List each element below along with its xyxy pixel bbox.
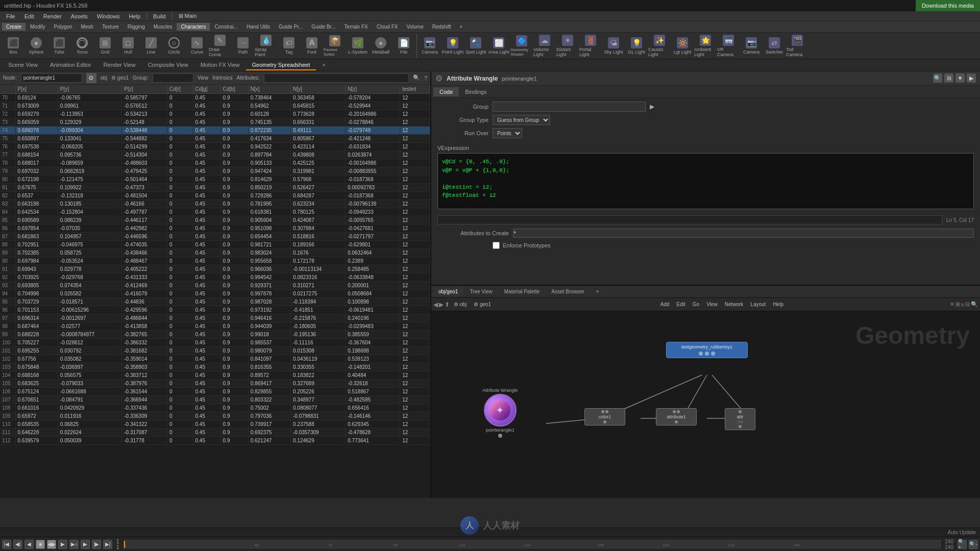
aw-zoom-icon[interactable]: ⊞ [944, 73, 953, 83]
cat-rigging[interactable]: Rigging [124, 23, 149, 31]
cat-create[interactable]: Create [2, 23, 26, 31]
menu-edit[interactable]: Edit [20, 12, 38, 20]
cat-polygon[interactable]: Polygon [50, 23, 76, 31]
tool-spot-light[interactable]: 🔦Spot Light [464, 34, 487, 58]
tool-packed[interactable]: 📦Packed Solids [324, 34, 346, 58]
aw-collapse-icon[interactable]: ▼ [955, 73, 965, 83]
cat-redshift[interactable]: Redshift [428, 23, 455, 31]
cat-characters[interactable]: Characters [177, 23, 210, 31]
cat-terrain[interactable]: Terrain FX [340, 23, 372, 31]
enforce-prototypes-check[interactable] [493, 242, 500, 249]
ne-icon2[interactable]: ⊞ [955, 301, 960, 308]
settings-icon[interactable]: ⚙ [435, 73, 443, 83]
tool-caustic-light[interactable]: ✨Caustic Light [648, 34, 671, 58]
menu-windows[interactable]: Windows [93, 12, 124, 20]
tool-path[interactable]: →Path [232, 34, 254, 58]
ne-tab-add[interactable]: + [591, 287, 605, 296]
tool-ambient-light[interactable]: 🌟Ambient Light [694, 34, 717, 58]
nav-forward[interactable]: ▶ [439, 301, 444, 308]
tl-play[interactable]: ▶ [58, 540, 67, 549]
cat-guide-pr[interactable]: Guide Pr... [275, 23, 307, 31]
tool-font[interactable]: AFont [301, 34, 323, 58]
ne-canvas[interactable]: Geometry Attribute W [431, 311, 980, 498]
tool-circle[interactable]: ○Circle [163, 34, 185, 58]
tool-box[interactable]: ⬛Box [2, 34, 24, 58]
ne-view[interactable]: View [703, 300, 721, 308]
intrinsics-label[interactable]: Intrinsics [212, 75, 232, 81]
menu-render[interactable]: Render [39, 12, 66, 20]
nav-geo1[interactable]: ⚙ geo1 [471, 300, 494, 308]
tab-render-view[interactable]: Render View [97, 60, 142, 70]
ne-go[interactable]: Go [690, 300, 702, 308]
tool-line[interactable]: ╱Line [140, 34, 162, 58]
tool-tube[interactable]: ⬛Tube [48, 34, 70, 58]
cat-hand-utils[interactable]: Hand Utils [242, 23, 274, 31]
nav-up[interactable]: ⬆ [445, 301, 450, 308]
node-attr2[interactable]: attr Cd [725, 408, 755, 430]
tab-add[interactable]: + [316, 60, 331, 70]
group-type-select[interactable]: Guess from Group [493, 115, 550, 125]
attrs-input[interactable] [513, 229, 974, 238]
menu-main[interactable]: ⊞ Main [175, 12, 201, 20]
tl-prev-key[interactable]: ◀| [13, 540, 22, 549]
tool-lgt-light[interactable]: 🔆Lgt Light [671, 34, 694, 58]
ne-edit[interactable]: Edit [674, 300, 689, 308]
aw-search-icon[interactable]: 🔍 [933, 73, 942, 83]
nav-back[interactable]: ◀ [433, 301, 438, 308]
tool-tod-camera[interactable]: 🎬Tod Camera [786, 34, 808, 58]
download-button[interactable]: Download this media [916, 0, 980, 11]
menu-help[interactable]: Help [125, 12, 144, 20]
tl-zoom-out[interactable]: 🔍- [969, 540, 978, 549]
tool-geometry-shader[interactable]: 🔷Geometry Shader [510, 34, 533, 58]
ne-layout[interactable]: Layout [747, 300, 769, 308]
tool-vr-camera[interactable]: 🥽VR Camera [717, 34, 740, 58]
tl-play-audio[interactable]: ▶♪ [69, 540, 79, 549]
node-geometry[interactable]: testgeometry_rubbertoy1 [666, 342, 748, 358]
tl-stop[interactable]: ■ [36, 540, 45, 549]
ne-add[interactable]: Add [657, 300, 673, 308]
node-color1[interactable]: color1 [584, 408, 625, 425]
tool-switcher[interactable]: ⇄Switcher [763, 34, 786, 58]
cat-constrain[interactable]: Constrai... [210, 23, 242, 31]
aw-tab-bindings[interactable]: Bindings [459, 87, 493, 96]
tool-gl-light[interactable]: 💡GL Light [625, 34, 648, 58]
cat-volume[interactable]: Volume [402, 23, 427, 31]
ve-editor[interactable]: v@Cd = {0, .45, .9}; v@P = v@P + {1,0,0}… [437, 153, 974, 209]
tool-volume-light[interactable]: ☁Volume Light [533, 34, 556, 58]
tool-torus[interactable]: ◯Torus [71, 34, 93, 58]
tab-composite[interactable]: Composite View [141, 60, 194, 70]
ne-icon3[interactable]: ≡ [961, 302, 964, 308]
cat-modify[interactable]: Modify [26, 23, 49, 31]
tool-camera[interactable]: 📷Camera [419, 34, 441, 58]
attributes-input[interactable] [264, 73, 409, 83]
tl-bar[interactable]: 1 48 72 96 120 144 168 192 216 240 [124, 540, 941, 548]
cat-cloud[interactable]: Cloud FX [373, 23, 402, 31]
ne-tab-obj-geo1[interactable]: obj/geo1 [433, 287, 463, 296]
node-attr-wrangle-icon[interactable]: ✦ [484, 394, 517, 427]
tool-point-light[interactable]: 💡Point Light [442, 34, 464, 58]
ne-icon4[interactable]: ⊟ [965, 301, 970, 308]
tl-prev-frame[interactable]: ◀ [24, 540, 34, 549]
cat-texture[interactable]: Texture [98, 23, 123, 31]
search-icon[interactable]: 🔍 [413, 74, 420, 81]
help-icon[interactable]: ? [424, 75, 427, 81]
menu-assets[interactable]: Assets [67, 12, 92, 20]
tool-file[interactable]: 📄File [393, 34, 415, 58]
aw-tab-code[interactable]: Code [433, 87, 459, 96]
tool-spray[interactable]: 💧Spray Paint [255, 34, 277, 58]
cat-mesh[interactable]: Mesh [77, 23, 97, 31]
ne-tab-tree-view[interactable]: Tree View [464, 287, 498, 296]
tl-next-frame[interactable]: ▶ [81, 540, 90, 549]
tool-lsystem[interactable]: 🌿L-System [347, 34, 369, 58]
tab-geo-spreadsheet[interactable]: Geometry Spreadsheet [246, 60, 316, 70]
aw-expand-icon[interactable]: ▶ [967, 73, 976, 83]
ne-icon1[interactable]: ✕ [950, 301, 954, 308]
node-attr-wrangle[interactable]: Attribute Wrangle ✦ pointwrangle1 [482, 388, 518, 438]
tl-end[interactable]: ▶| [103, 540, 112, 549]
ne-network[interactable]: Network [722, 300, 747, 308]
tool-grid[interactable]: ⊞Grid [94, 34, 116, 58]
tool-distant-light[interactable]: ☀Distant Light [556, 34, 579, 58]
spreadsheet-table-container[interactable]: P[x] P[y] P[z] Cd[r] Cd[g] Cd[b] N[x] N[… [0, 85, 430, 498]
nav-obj[interactable]: ⚙ obj [451, 300, 470, 308]
group-input[interactable] [153, 73, 193, 83]
